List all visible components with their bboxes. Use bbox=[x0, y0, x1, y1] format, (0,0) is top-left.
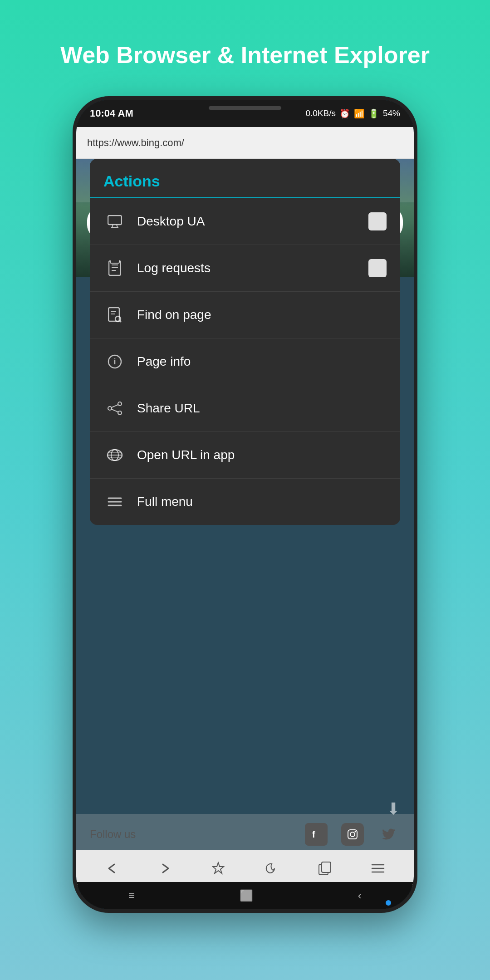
status-right-icons: 0.0KB/s ⏰ 📶 🔋 54% bbox=[305, 108, 400, 119]
follow-text: Follow us bbox=[90, 828, 136, 841]
svg-rect-8 bbox=[110, 260, 119, 263]
sys-menu-btn[interactable]: ≡ bbox=[128, 889, 135, 902]
desktop-ua-label: Desktop UA bbox=[137, 214, 368, 229]
full-menu-icon bbox=[103, 490, 126, 513]
alarm-icon: ⏰ bbox=[339, 108, 350, 119]
phone-container: 10:04 AM 0.0KB/s ⏰ 📶 🔋 54% https://www.b… bbox=[73, 96, 417, 913]
menu-nav-icon[interactable] bbox=[367, 857, 389, 880]
download-icon: ⬇ bbox=[387, 799, 400, 818]
page-info-icon: i bbox=[103, 350, 126, 373]
open-url-icon bbox=[103, 444, 126, 466]
page-title: Web Browser & Internet Explorer bbox=[33, 41, 457, 69]
svg-point-31 bbox=[350, 832, 355, 837]
log-requests-label: Log requests bbox=[137, 261, 368, 275]
svg-line-19 bbox=[112, 405, 118, 407]
system-nav: ≡ ⬜ ‹ bbox=[76, 882, 414, 909]
find-on-page-icon bbox=[103, 304, 126, 326]
share-url-icon bbox=[103, 397, 126, 420]
log-requests-icon bbox=[103, 257, 126, 279]
svg-text:i: i bbox=[113, 357, 116, 366]
svg-point-16 bbox=[118, 402, 122, 406]
night-mode-icon[interactable] bbox=[260, 857, 283, 880]
actions-title: Actions bbox=[103, 172, 387, 190]
menu-item-desktop-ua[interactable]: Desktop UA bbox=[90, 198, 400, 245]
phone-notch bbox=[209, 106, 281, 110]
facebook-icon[interactable]: f bbox=[305, 823, 328, 846]
status-bar: 10:04 AM 0.0KB/s ⏰ 📶 🔋 54% bbox=[76, 100, 414, 127]
svg-line-20 bbox=[112, 409, 118, 412]
instagram-icon[interactable] bbox=[341, 823, 364, 846]
url-bar[interactable]: https://www.bing.com/ bbox=[76, 127, 414, 159]
desktop-ua-icon bbox=[103, 210, 126, 233]
desktop-ua-toggle[interactable] bbox=[368, 212, 387, 230]
svg-point-18 bbox=[118, 411, 122, 415]
download-area[interactable]: ⬇ bbox=[387, 799, 400, 818]
open-url-app-label: Open URL in app bbox=[137, 448, 387, 462]
svg-point-32 bbox=[355, 831, 356, 833]
actions-header: Actions bbox=[90, 159, 400, 197]
forward-nav-icon[interactable] bbox=[154, 857, 176, 880]
svg-marker-33 bbox=[213, 862, 224, 873]
sys-back-btn[interactable]: ‹ bbox=[358, 889, 362, 902]
find-on-page-label: Find on page bbox=[137, 308, 387, 322]
svg-line-11 bbox=[120, 321, 121, 322]
page-info-label: Page info bbox=[137, 354, 387, 369]
sys-home-btn[interactable]: ⬜ bbox=[240, 889, 253, 902]
actions-menu: Actions Desktop UA bbox=[90, 159, 400, 525]
url-text: https://www.bing.com/ bbox=[87, 137, 403, 149]
log-requests-toggle[interactable] bbox=[368, 259, 387, 277]
svg-point-17 bbox=[108, 407, 112, 410]
bookmark-nav-icon[interactable] bbox=[207, 857, 230, 880]
svg-text:f: f bbox=[312, 829, 315, 839]
copy-nav-icon[interactable] bbox=[314, 857, 336, 880]
battery-percent: 54% bbox=[383, 108, 400, 118]
menu-item-find-on-page[interactable]: Find on page bbox=[90, 292, 400, 338]
twitter-icon[interactable] bbox=[377, 823, 400, 846]
menu-item-page-info[interactable]: i Page info bbox=[90, 338, 400, 385]
menu-item-log-requests[interactable]: Log requests bbox=[90, 245, 400, 292]
back-nav-icon[interactable] bbox=[101, 857, 123, 880]
share-url-label: Share URL bbox=[137, 401, 387, 416]
phone-screen: 10:04 AM 0.0KB/s ⏰ 📶 🔋 54% https://www.b… bbox=[76, 100, 414, 909]
battery-icon: 🔋 bbox=[368, 108, 379, 119]
dot-indicator bbox=[386, 900, 391, 906]
menu-item-open-url-app[interactable]: Open URL in app bbox=[90, 432, 400, 479]
follow-bar: Follow us f bbox=[76, 814, 414, 855]
full-menu-label: Full menu bbox=[137, 495, 387, 509]
social-icons: f bbox=[305, 823, 400, 846]
status-time: 10:04 AM bbox=[90, 108, 133, 119]
bottom-nav bbox=[76, 850, 414, 887]
menu-item-full-menu[interactable]: Full menu bbox=[90, 479, 400, 525]
network-speed: 0.0KB/s bbox=[305, 108, 336, 118]
signal-icon: 📶 bbox=[354, 108, 365, 119]
svg-rect-35 bbox=[322, 862, 331, 872]
menu-item-share-url[interactable]: Share URL bbox=[90, 385, 400, 432]
svg-rect-0 bbox=[108, 216, 122, 225]
